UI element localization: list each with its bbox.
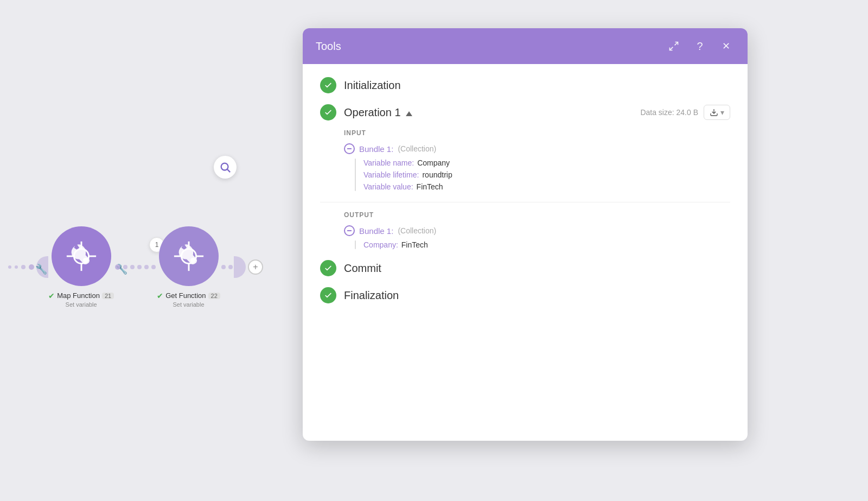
search-button[interactable] — [214, 156, 237, 179]
bundle-type: (Collection) — [398, 144, 436, 153]
input-label: INPUT — [344, 129, 730, 137]
operation1-header: Operation 1 Data size: 24.0 B — [320, 104, 730, 121]
map-function-check: ✔ — [48, 291, 55, 300]
map-function-node[interactable]: 🔧 🔧 — [48, 226, 114, 308]
commit-title: Commit — [344, 262, 381, 275]
get-function-sub: Set variable — [157, 301, 220, 308]
finalization-check — [320, 287, 336, 303]
tools-modal: Tools ? ✕ — [303, 28, 748, 441]
io-divider — [320, 202, 730, 202]
modal-body: Initialization Operation 1 D — [303, 64, 748, 441]
tools-icon-2 — [172, 239, 206, 273]
dot — [8, 265, 11, 269]
dot — [123, 265, 127, 269]
dropdown-arrow: ▾ — [720, 108, 724, 117]
modal-actions: ? ✕ — [665, 37, 735, 55]
map-function-number: 21 — [102, 293, 114, 299]
get-function-number: 22 — [208, 293, 220, 299]
operation1-section: Operation 1 Data size: 24.0 B — [320, 104, 730, 249]
bundle-name: Bundle 1: — [359, 144, 393, 154]
variable-lifetime-value: roundtrip — [422, 170, 452, 179]
get-function-check: ✔ — [157, 291, 163, 300]
map-function-sub: Set variable — [48, 301, 114, 308]
get-function-label: ✔ Get Function 22 Set variable — [157, 291, 220, 308]
operation1-title: Operation 1 — [344, 106, 412, 119]
left-connector-dots — [8, 264, 34, 270]
expand-button[interactable] — [665, 37, 682, 55]
modal-title: Tools — [316, 40, 341, 53]
search-icon — [219, 161, 231, 173]
initialization-section: Initialization — [320, 77, 730, 93]
modal-header: Tools ? ✕ — [303, 28, 748, 64]
svg-point-5 — [83, 257, 88, 263]
dot — [21, 265, 25, 269]
output-label: OUTPUT — [344, 211, 730, 219]
data-size-label: Data size: 24.0 B — [640, 108, 698, 117]
initialization-check — [320, 77, 336, 93]
output-bundle-name: Bundle 1: — [359, 226, 393, 236]
download-icon — [710, 108, 718, 117]
dot — [115, 264, 120, 270]
canvas: 🔧 🔧 — [0, 0, 868, 501]
variable-value-value: FinTech — [417, 182, 443, 191]
variable-lifetime-key: Variable lifetime: — [363, 170, 419, 179]
collapse-bundle-button[interactable] — [344, 143, 355, 154]
initialization-title: Initialization — [344, 79, 401, 92]
wrench-left-icon: 🔧 — [35, 263, 47, 275]
nodes-container: 🔧 🔧 — [8, 226, 263, 308]
variable-value-row: Variable value: FinTech — [363, 182, 730, 191]
close-button[interactable]: ✕ — [717, 37, 735, 55]
map-function-name: Map Function — [57, 291, 100, 300]
company-row: Company: FinTech — [363, 240, 730, 249]
operation1-left: Operation 1 — [320, 104, 412, 121]
operation1-check — [320, 104, 336, 121]
dot — [137, 265, 142, 269]
dot — [130, 265, 135, 269]
output-section: OUTPUT Bundle 1: (Collection) Company: F… — [320, 211, 730, 249]
output-properties: Company: FinTech — [363, 240, 730, 249]
svg-line-14 — [675, 42, 678, 46]
variable-lifetime-row: Variable lifetime: roundtrip — [363, 170, 730, 179]
dot — [29, 264, 34, 270]
finalization-title: Finalization — [344, 289, 399, 302]
map-function-circle[interactable] — [52, 226, 111, 286]
dot — [228, 265, 233, 269]
data-size-area: Data size: 24.0 B ▾ — [640, 105, 730, 120]
variable-name-row: Variable name: Company — [363, 158, 730, 167]
input-properties: Variable name: Company Variable lifetime… — [363, 158, 730, 191]
dot — [151, 265, 156, 269]
download-button[interactable]: ▾ — [704, 105, 730, 120]
output-bundle-type: (Collection) — [398, 226, 436, 235]
variable-name-key: Variable name: — [363, 158, 414, 167]
commit-section: Commit — [320, 260, 730, 276]
dot — [144, 265, 149, 269]
right-bump — [234, 256, 246, 278]
input-bundle-row: Bundle 1: (Collection) — [344, 143, 730, 154]
sort-icon — [406, 111, 412, 116]
add-node-button[interactable]: + — [248, 259, 263, 275]
help-button[interactable]: ? — [691, 37, 709, 55]
workflow-area: 🔧 🔧 — [0, 0, 304, 501]
get-function-node[interactable]: ✔ Get Function 22 Set variable — [157, 226, 220, 308]
tools-icon — [65, 239, 98, 273]
variable-value-key: Variable value: — [363, 182, 413, 191]
collapse-output-bundle-button[interactable] — [344, 225, 355, 236]
dot — [15, 265, 18, 269]
dot — [221, 265, 226, 269]
svg-point-6 — [221, 163, 228, 170]
input-section: INPUT Bundle 1: (Collection) Variable na… — [320, 129, 730, 191]
commit-check — [320, 260, 336, 276]
svg-line-15 — [670, 47, 673, 50]
expand-icon — [668, 41, 679, 52]
right-connector — [221, 265, 233, 269]
finalization-section: Finalization — [320, 287, 730, 303]
get-function-name: Get Function — [165, 291, 206, 300]
svg-line-7 — [227, 169, 230, 172]
company-value: FinTech — [401, 240, 428, 249]
company-key: Company: — [363, 240, 398, 249]
map-function-label: ✔ Map Function 21 Set variable — [48, 291, 114, 308]
output-bundle-row: Bundle 1: (Collection) — [344, 225, 730, 236]
variable-name-value: Company — [417, 158, 450, 167]
get-function-circle[interactable] — [159, 226, 219, 286]
